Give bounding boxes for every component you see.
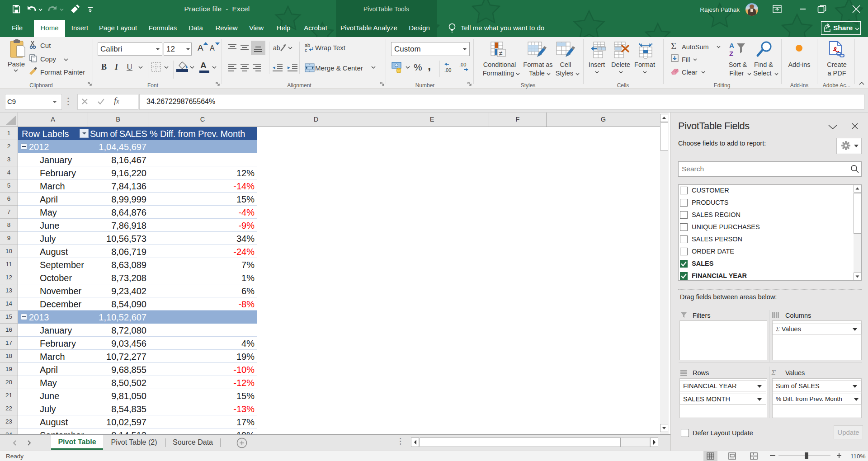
svg-text:A: A (729, 42, 734, 49)
svg-text:≠: ≠ (499, 50, 503, 57)
svg-text:c: c (305, 47, 307, 53)
svg-text:.00: .00 (444, 67, 451, 73)
svg-text:.00: .00 (459, 62, 466, 67)
svg-text:Z: Z (729, 50, 733, 57)
svg-text:ab: ab (273, 44, 280, 52)
